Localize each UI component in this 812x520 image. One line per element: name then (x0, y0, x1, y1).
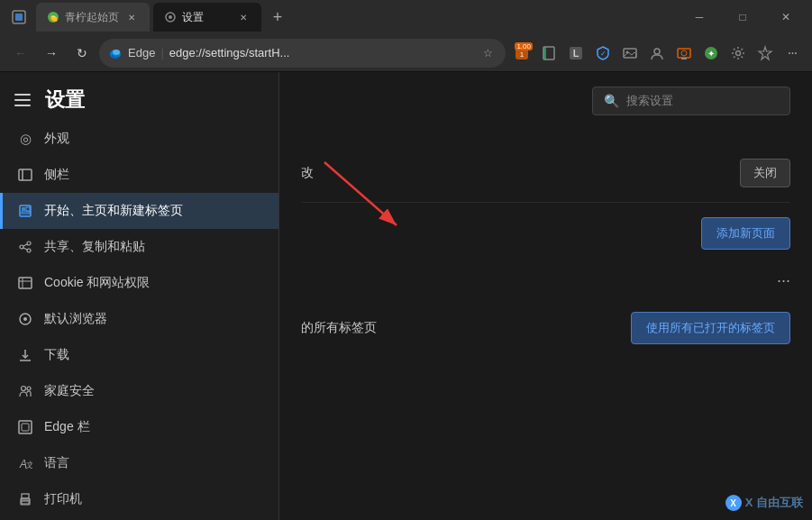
svg-rect-50 (22, 501, 29, 504)
family-safety-label: 家庭安全 (44, 383, 95, 399)
svg-rect-28 (26, 207, 30, 211)
sidebar-item-appearance[interactable]: ◎ 外观 (0, 121, 278, 157)
svg-point-7 (113, 50, 120, 55)
share-label: 共享、复制和粘贴 (44, 239, 145, 255)
address-bar[interactable]: Edge | edge://settings/startH... ☆ (99, 39, 506, 68)
svg-point-39 (23, 317, 27, 321)
sidebar-item-edge-bar[interactable]: Edge 栏 (0, 409, 278, 445)
address-text: edge://settings/startH... (169, 46, 473, 59)
svg-point-43 (27, 387, 31, 390)
appearance-label: 外观 (44, 131, 69, 147)
default-browser-label: 默认浏览器 (44, 311, 107, 327)
tab-settings[interactable]: 设置 ✕ (153, 3, 261, 32)
sidebar-icon (17, 167, 33, 183)
refresh-button[interactable]: ↻ (68, 40, 96, 67)
favorites-icon[interactable]: ☆ (479, 44, 497, 62)
ext-green-circle-icon[interactable]: ✦ (698, 41, 724, 66)
sidebar-item-default-browser[interactable]: 默认浏览器 (0, 301, 278, 337)
ext-image-icon[interactable] (617, 41, 643, 66)
tab2-close[interactable]: ✕ (236, 10, 251, 24)
tab1-close[interactable]: ✕ (124, 10, 139, 24)
svg-rect-27 (22, 207, 25, 211)
cookies-label: Cookie 和网站权限 (44, 275, 150, 291)
ext-person-icon[interactable] (644, 41, 670, 66)
sidebar-item-start-home-new[interactable]: 开始、主页和新建标签页 (0, 193, 278, 229)
hamburger-menu-icon[interactable] (14, 89, 36, 111)
sidebar-item-downloads[interactable]: 下载 (0, 337, 278, 373)
add-new-page-button[interactable]: 添加新页面 (701, 217, 790, 250)
cookies-icon (17, 275, 33, 291)
ext-l-icon[interactable]: L (563, 41, 588, 66)
search-icon: 🔍 (604, 94, 619, 108)
edge-bar-label: Edge 栏 (44, 419, 90, 435)
use-all-tabs-button[interactable]: 使用所有已打开的标签页 (631, 312, 790, 344)
svg-point-20 (681, 50, 687, 56)
edge-logo-icon (108, 46, 123, 60)
window-icon (5, 4, 32, 31)
all-tabs-row: 的所有标签页 使用所有已打开的标签页 (301, 297, 790, 359)
notification-row: 改 关闭 (301, 144, 790, 203)
back-button[interactable]: ← (7, 40, 34, 67)
forward-button[interactable]: → (38, 40, 65, 67)
svg-text:L: L (573, 48, 579, 59)
svg-point-42 (22, 387, 26, 391)
ext-more-icon[interactable]: ··· (780, 41, 805, 66)
close-button[interactable]: ✕ (765, 3, 807, 32)
svg-text:文: 文 (25, 461, 32, 470)
svg-rect-35 (19, 278, 32, 288)
tab2-label: 设置 (182, 10, 204, 25)
appearance-icon: ◎ (17, 131, 33, 147)
svg-point-30 (27, 242, 31, 245)
tab1-favicon: 🍋 (47, 11, 59, 23)
svg-rect-11 (543, 47, 546, 59)
svg-rect-29 (22, 212, 30, 214)
sidebar-item-printer[interactable]: 打印机 (0, 481, 278, 517)
family-safety-icon (17, 383, 33, 399)
default-browser-icon (17, 311, 33, 327)
svg-rect-19 (681, 58, 687, 59)
start-home-label: 开始、主页和新建标签页 (44, 203, 183, 219)
window-controls: ─ □ ✕ (679, 3, 807, 32)
new-tab-button[interactable]: + (265, 5, 290, 30)
svg-point-31 (20, 245, 23, 249)
ext-book-icon[interactable] (536, 41, 561, 66)
sidebar-item-sidebar[interactable]: 侧栏 (0, 157, 278, 193)
svg-rect-1 (15, 14, 23, 21)
maximize-button[interactable]: □ (722, 3, 763, 32)
ext-shield-icon[interactable]: ✓ (590, 41, 616, 66)
share-icon (17, 239, 33, 255)
ext-tv-icon[interactable] (671, 41, 697, 66)
watermark-text: X 自由互联 (745, 495, 803, 511)
ext-badge-button[interactable]: 1 1.00 (509, 41, 534, 66)
close-button[interactable]: 关闭 (740, 159, 790, 187)
sidebar-item-cookies[interactable]: Cookie 和网站权限 (0, 265, 278, 301)
svg-rect-44 (19, 421, 32, 433)
svg-text:1: 1 (520, 50, 525, 59)
ext-settings-icon[interactable] (725, 41, 751, 66)
svg-rect-24 (19, 169, 32, 180)
svg-rect-45 (22, 424, 29, 431)
ext-star-icon[interactable] (753, 41, 778, 66)
sidebar-header: 设置 (0, 72, 278, 121)
sidebar-item-share[interactable]: 共享、复制和粘贴 (0, 229, 278, 265)
sidebar-item-family-safety[interactable]: 家庭安全 (0, 373, 278, 409)
minimize-button[interactable]: ─ (679, 3, 720, 32)
svg-line-33 (23, 244, 27, 246)
start-home-icon (17, 203, 33, 219)
badge-text: 1.00 (515, 42, 533, 50)
tab1-label: 青柠起始页 (65, 10, 119, 25)
address-bar-icons: ☆ (479, 44, 497, 62)
svg-text:🍋: 🍋 (49, 14, 58, 23)
svg-line-34 (23, 248, 27, 250)
language-icon: A 文 (17, 455, 33, 471)
sidebar-item-language[interactable]: A 文 语言 (0, 445, 278, 481)
svg-text:✦: ✦ (707, 49, 715, 59)
sidebar-item-label: 侧栏 (44, 167, 69, 183)
toolbar: ← → ↻ Edge | edge://settings/startH... ☆… (0, 34, 812, 72)
main-layout: 设置 ◎ 外观 侧栏 (0, 72, 812, 520)
tab-qingning[interactable]: 🍋 青柠起始页 ✕ (36, 3, 150, 32)
downloads-label: 下载 (44, 347, 69, 363)
three-dots-menu[interactable]: ··· (301, 264, 790, 297)
sidebar: 设置 ◎ 外观 侧栏 (0, 72, 279, 520)
settings-search[interactable]: 🔍 搜索设置 (592, 87, 790, 115)
